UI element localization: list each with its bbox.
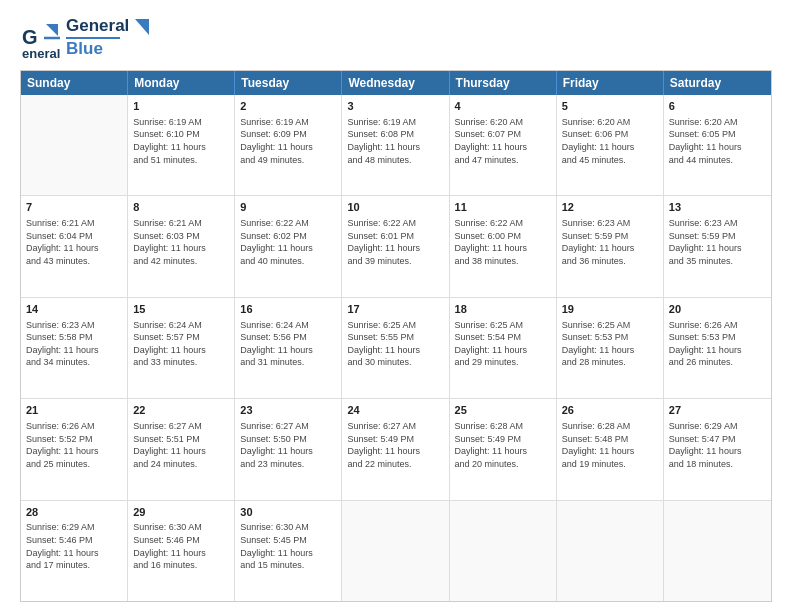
cell-line: Daylight: 11 hours <box>133 141 229 154</box>
day-cell-23: 23Sunrise: 6:27 AMSunset: 5:50 PMDayligh… <box>235 399 342 499</box>
logo-icon: G eneral Blue <box>20 16 64 60</box>
svg-text:G: G <box>22 26 38 48</box>
cell-line: Daylight: 11 hours <box>240 344 336 357</box>
week-row-5: 28Sunrise: 6:29 AMSunset: 5:46 PMDayligh… <box>21 501 771 601</box>
cell-line: Sunset: 5:50 PM <box>240 433 336 446</box>
cell-line: Sunset: 6:06 PM <box>562 128 658 141</box>
cell-line: Sunrise: 6:24 AM <box>240 319 336 332</box>
week-row-4: 21Sunrise: 6:26 AMSunset: 5:52 PMDayligh… <box>21 399 771 500</box>
cell-line: and 19 minutes. <box>562 458 658 471</box>
cell-line: Sunrise: 6:25 AM <box>455 319 551 332</box>
day-cell-21: 21Sunrise: 6:26 AMSunset: 5:52 PMDayligh… <box>21 399 128 499</box>
cell-line: Daylight: 11 hours <box>455 445 551 458</box>
cell-line: Daylight: 11 hours <box>26 344 122 357</box>
day-number: 4 <box>455 99 551 114</box>
cell-line: and 39 minutes. <box>347 255 443 268</box>
day-number: 12 <box>562 200 658 215</box>
cell-line: Sunrise: 6:25 AM <box>347 319 443 332</box>
day-cell-11: 11Sunrise: 6:22 AMSunset: 6:00 PMDayligh… <box>450 196 557 296</box>
cell-line: and 47 minutes. <box>455 154 551 167</box>
cell-line: and 25 minutes. <box>26 458 122 471</box>
cell-line: Sunset: 5:57 PM <box>133 331 229 344</box>
day-number: 20 <box>669 302 766 317</box>
cell-line: Daylight: 11 hours <box>26 445 122 458</box>
col-header-tuesday: Tuesday <box>235 71 342 95</box>
day-number: 7 <box>26 200 122 215</box>
cell-line: Sunset: 6:02 PM <box>240 230 336 243</box>
cell-line: Sunrise: 6:21 AM <box>26 217 122 230</box>
cell-line: Daylight: 11 hours <box>455 344 551 357</box>
empty-cell <box>557 501 664 601</box>
day-number: 23 <box>240 403 336 418</box>
cell-line: Sunrise: 6:27 AM <box>240 420 336 433</box>
cell-line: Daylight: 11 hours <box>347 242 443 255</box>
calendar: SundayMondayTuesdayWednesdayThursdayFrid… <box>20 70 772 602</box>
cell-line: and 22 minutes. <box>347 458 443 471</box>
cell-line: and 51 minutes. <box>133 154 229 167</box>
cell-line: and 35 minutes. <box>669 255 766 268</box>
cell-line: and 30 minutes. <box>347 356 443 369</box>
cell-line: and 45 minutes. <box>562 154 658 167</box>
cell-line: and 42 minutes. <box>133 255 229 268</box>
header: G eneral Blue General Blue <box>20 16 772 60</box>
cell-line: Sunrise: 6:28 AM <box>562 420 658 433</box>
cell-line: Sunset: 5:54 PM <box>455 331 551 344</box>
cell-line: Daylight: 11 hours <box>455 141 551 154</box>
day-number: 25 <box>455 403 551 418</box>
calendar-header: SundayMondayTuesdayWednesdayThursdayFrid… <box>21 71 771 95</box>
day-number: 3 <box>347 99 443 114</box>
day-cell-28: 28Sunrise: 6:29 AMSunset: 5:46 PMDayligh… <box>21 501 128 601</box>
day-cell-24: 24Sunrise: 6:27 AMSunset: 5:49 PMDayligh… <box>342 399 449 499</box>
day-cell-18: 18Sunrise: 6:25 AMSunset: 5:54 PMDayligh… <box>450 298 557 398</box>
cell-line: Daylight: 11 hours <box>562 242 658 255</box>
cell-line: Sunrise: 6:22 AM <box>240 217 336 230</box>
day-cell-3: 3Sunrise: 6:19 AMSunset: 6:08 PMDaylight… <box>342 95 449 195</box>
cell-line: Sunrise: 6:25 AM <box>562 319 658 332</box>
day-cell-12: 12Sunrise: 6:23 AMSunset: 5:59 PMDayligh… <box>557 196 664 296</box>
day-number: 27 <box>669 403 766 418</box>
day-cell-8: 8Sunrise: 6:21 AMSunset: 6:03 PMDaylight… <box>128 196 235 296</box>
cell-line: Sunrise: 6:20 AM <box>669 116 766 129</box>
cell-line: and 43 minutes. <box>26 255 122 268</box>
cell-line: and 33 minutes. <box>133 356 229 369</box>
cell-line: Daylight: 11 hours <box>133 242 229 255</box>
cell-line: Sunset: 5:55 PM <box>347 331 443 344</box>
cell-line: Sunset: 5:47 PM <box>669 433 766 446</box>
cell-line: Sunrise: 6:20 AM <box>562 116 658 129</box>
cell-line: Sunrise: 6:28 AM <box>455 420 551 433</box>
cell-line: Daylight: 11 hours <box>669 344 766 357</box>
day-cell-2: 2Sunrise: 6:19 AMSunset: 6:09 PMDaylight… <box>235 95 342 195</box>
cell-line: Sunrise: 6:21 AM <box>133 217 229 230</box>
col-header-monday: Monday <box>128 71 235 95</box>
logo-text: General Blue <box>66 17 149 58</box>
cell-line: Daylight: 11 hours <box>133 445 229 458</box>
svg-text:Blue: Blue <box>22 59 50 60</box>
col-header-sunday: Sunday <box>21 71 128 95</box>
cell-line: Daylight: 11 hours <box>240 242 336 255</box>
cell-line: Sunset: 6:00 PM <box>455 230 551 243</box>
day-number: 26 <box>562 403 658 418</box>
cell-line: Daylight: 11 hours <box>347 141 443 154</box>
day-cell-26: 26Sunrise: 6:28 AMSunset: 5:48 PMDayligh… <box>557 399 664 499</box>
cell-line: Sunset: 5:56 PM <box>240 331 336 344</box>
cell-line: Sunset: 6:01 PM <box>347 230 443 243</box>
day-number: 5 <box>562 99 658 114</box>
svg-marker-5 <box>135 19 149 35</box>
cell-line: Sunrise: 6:23 AM <box>26 319 122 332</box>
svg-marker-1 <box>46 24 58 36</box>
day-cell-6: 6Sunrise: 6:20 AMSunset: 6:05 PMDaylight… <box>664 95 771 195</box>
svg-text:eneral: eneral <box>22 46 60 60</box>
cell-line: and 17 minutes. <box>26 559 122 572</box>
day-cell-1: 1Sunrise: 6:19 AMSunset: 6:10 PMDaylight… <box>128 95 235 195</box>
day-number: 16 <box>240 302 336 317</box>
cell-line: and 26 minutes. <box>669 356 766 369</box>
cell-line: Sunset: 5:45 PM <box>240 534 336 547</box>
day-number: 1 <box>133 99 229 114</box>
cell-line: Sunset: 5:58 PM <box>26 331 122 344</box>
cell-line: Daylight: 11 hours <box>669 242 766 255</box>
day-cell-17: 17Sunrise: 6:25 AMSunset: 5:55 PMDayligh… <box>342 298 449 398</box>
cell-line: Daylight: 11 hours <box>26 242 122 255</box>
cell-line: Daylight: 11 hours <box>26 547 122 560</box>
cell-line: Sunrise: 6:26 AM <box>26 420 122 433</box>
day-cell-19: 19Sunrise: 6:25 AMSunset: 5:53 PMDayligh… <box>557 298 664 398</box>
